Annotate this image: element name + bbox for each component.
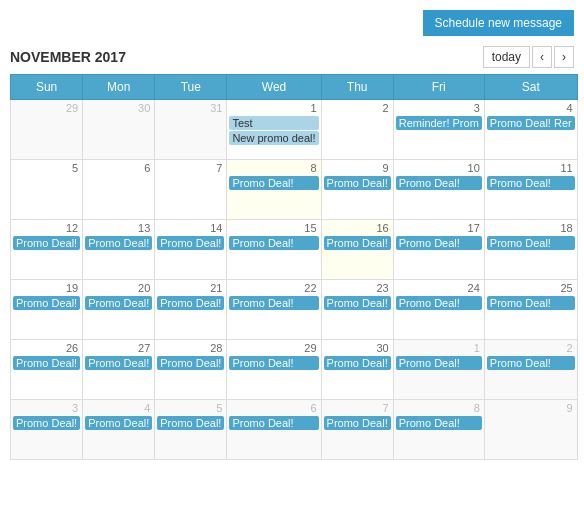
calendar-day-cell[interactable]: 29 [11, 100, 83, 160]
day-number: 30 [85, 102, 152, 114]
calendar-day-cell[interactable]: 29Promo Deal! [227, 340, 321, 400]
calendar-event[interactable]: Promo Deal! [13, 236, 80, 250]
calendar-event[interactable]: Promo Deal! [487, 296, 575, 310]
day-number: 12 [13, 222, 80, 234]
calendar-day-cell[interactable]: 23Promo Deal! [321, 280, 393, 340]
day-number: 9 [324, 162, 391, 174]
calendar-event[interactable]: Promo Deal! [229, 236, 318, 250]
calendar-event[interactable]: Promo Deal! [396, 176, 482, 190]
calendar-event[interactable]: Promo Deal! [157, 236, 224, 250]
day-number: 6 [85, 162, 152, 174]
calendar-day-cell[interactable]: 4Promo Deal! [83, 400, 155, 460]
calendar-event[interactable]: Promo Deal! [229, 416, 318, 430]
calendar-event[interactable]: Promo Deal! [324, 176, 391, 190]
calendar-day-cell[interactable]: 6 [83, 160, 155, 220]
day-number: 19 [13, 282, 80, 294]
calendar-day-cell[interactable]: 8Promo Deal! [227, 160, 321, 220]
calendar-event[interactable]: Promo Deal! Rer [487, 116, 575, 130]
calendar-day-cell[interactable]: 30 [83, 100, 155, 160]
calendar-event[interactable]: Promo Deal! [396, 356, 482, 370]
calendar-day-cell[interactable]: 15Promo Deal! [227, 220, 321, 280]
calendar-event[interactable]: Promo Deal! [487, 236, 575, 250]
calendar-day-cell[interactable]: 10Promo Deal! [393, 160, 484, 220]
calendar-day-cell[interactable]: 22Promo Deal! [227, 280, 321, 340]
calendar-day-cell[interactable]: 3Reminder! Prom [393, 100, 484, 160]
calendar-day-cell[interactable]: 24Promo Deal! [393, 280, 484, 340]
calendar-event[interactable]: Promo Deal! [324, 236, 391, 250]
calendar-event[interactable]: Promo Deal! [229, 176, 318, 190]
calendar-event[interactable]: Reminder! Prom [396, 116, 482, 130]
day-number: 7 [157, 162, 224, 174]
calendar-event[interactable]: Promo Deal! [324, 416, 391, 430]
calendar-event[interactable]: Promo Deal! [396, 416, 482, 430]
calendar-event[interactable]: Promo Deal! [487, 356, 575, 370]
calendar-week-row: 3Promo Deal!4Promo Deal!5Promo Deal!6Pro… [11, 400, 578, 460]
calendar-day-cell[interactable]: 3Promo Deal! [11, 400, 83, 460]
calendar-day-header: Fri [393, 75, 484, 100]
calendar-day-cell[interactable]: 27Promo Deal! [83, 340, 155, 400]
schedule-new-message-button[interactable]: Schedule new message [423, 10, 574, 36]
calendar-event[interactable]: New promo deal! [229, 131, 318, 145]
calendar-day-cell[interactable]: 19Promo Deal! [11, 280, 83, 340]
calendar-event[interactable]: Promo Deal! [85, 236, 152, 250]
calendar-event[interactable]: Promo Deal! [157, 296, 224, 310]
calendar-day-cell[interactable]: 30Promo Deal! [321, 340, 393, 400]
calendar-event[interactable]: Promo Deal! [157, 356, 224, 370]
calendar-day-cell[interactable]: 9 [484, 400, 577, 460]
calendar-day-cell[interactable]: 8Promo Deal! [393, 400, 484, 460]
calendar-day-cell[interactable]: 12Promo Deal! [11, 220, 83, 280]
calendar-event[interactable]: Promo Deal! [324, 356, 391, 370]
calendar-day-cell[interactable]: 20Promo Deal! [83, 280, 155, 340]
calendar-day-cell[interactable]: 5 [11, 160, 83, 220]
calendar-event[interactable]: Promo Deal! [396, 296, 482, 310]
calendar-day-cell[interactable]: 25Promo Deal! [484, 280, 577, 340]
calendar-day-cell[interactable]: 1TestNew promo deal! [227, 100, 321, 160]
calendar-day-cell[interactable]: 26Promo Deal! [11, 340, 83, 400]
today-button[interactable]: today [483, 46, 530, 68]
calendar-day-cell[interactable]: 7 [155, 160, 227, 220]
calendar-event[interactable]: Promo Deal! [85, 416, 152, 430]
calendar-day-cell[interactable]: 5Promo Deal! [155, 400, 227, 460]
day-number: 10 [396, 162, 482, 174]
calendar-day-cell[interactable]: 21Promo Deal! [155, 280, 227, 340]
calendar-event[interactable]: Promo Deal! [13, 416, 80, 430]
calendar-week-row: 2930311TestNew promo deal!23Reminder! Pr… [11, 100, 578, 160]
calendar-day-cell[interactable]: 13Promo Deal! [83, 220, 155, 280]
calendar-day-cell[interactable]: 28Promo Deal! [155, 340, 227, 400]
calendar-day-cell[interactable]: 2 [321, 100, 393, 160]
calendar-day-header: Thu [321, 75, 393, 100]
calendar-day-cell[interactable]: 16Promo Deal! [321, 220, 393, 280]
calendar-event[interactable]: Promo Deal! [13, 296, 80, 310]
calendar-day-cell[interactable]: 6Promo Deal! [227, 400, 321, 460]
calendar-day-cell[interactable]: 31 [155, 100, 227, 160]
calendar-table: SunMonTueWedThuFriSat 2930311TestNew pro… [10, 74, 578, 460]
calendar-day-cell[interactable]: 7Promo Deal! [321, 400, 393, 460]
calendar-event[interactable]: Promo Deal! [85, 296, 152, 310]
calendar-day-cell[interactable]: 2Promo Deal! [484, 340, 577, 400]
day-number: 25 [487, 282, 575, 294]
calendar-day-header: Mon [83, 75, 155, 100]
calendar-event[interactable]: Promo Deal! [229, 356, 318, 370]
prev-month-button[interactable]: ‹ [532, 46, 552, 68]
calendar-event[interactable]: Promo Deal! [396, 236, 482, 250]
day-number: 6 [229, 402, 318, 414]
calendar-event[interactable]: Test [229, 116, 318, 130]
calendar-day-cell[interactable]: 9Promo Deal! [321, 160, 393, 220]
calendar-week-row: 26Promo Deal!27Promo Deal!28Promo Deal!2… [11, 340, 578, 400]
calendar-event[interactable]: Promo Deal! [487, 176, 575, 190]
calendar-day-cell[interactable]: 18Promo Deal! [484, 220, 577, 280]
calendar-event[interactable]: Promo Deal! [157, 416, 224, 430]
day-number: 7 [324, 402, 391, 414]
calendar-event[interactable]: Promo Deal! [13, 356, 80, 370]
next-month-button[interactable]: › [554, 46, 574, 68]
calendar-day-cell[interactable]: 1Promo Deal! [393, 340, 484, 400]
calendar-event[interactable]: Promo Deal! [85, 356, 152, 370]
calendar-event[interactable]: Promo Deal! [229, 296, 318, 310]
day-number: 2 [487, 342, 575, 354]
calendar-day-cell[interactable]: 17Promo Deal! [393, 220, 484, 280]
calendar-day-cell[interactable]: 11Promo Deal! [484, 160, 577, 220]
calendar-day-cell[interactable]: 4Promo Deal! Rer [484, 100, 577, 160]
day-number: 28 [157, 342, 224, 354]
calendar-event[interactable]: Promo Deal! [324, 296, 391, 310]
calendar-day-cell[interactable]: 14Promo Deal! [155, 220, 227, 280]
